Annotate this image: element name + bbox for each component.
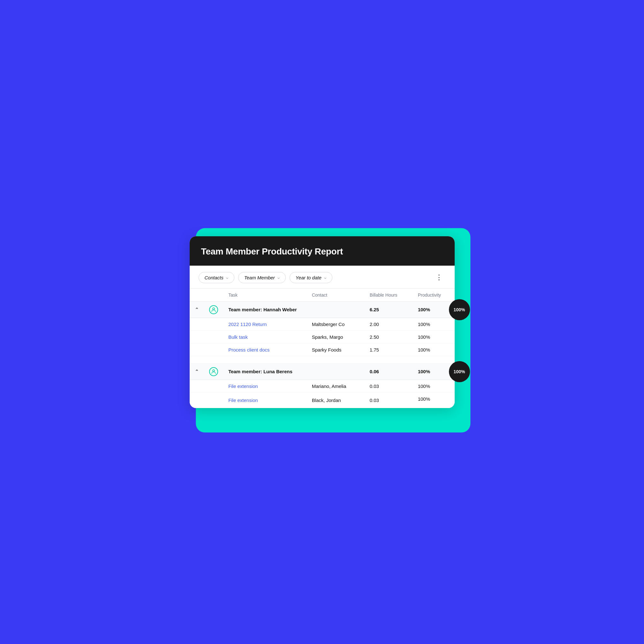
card-body: Contacts ⌵ Team Member ⌵ Year to date ⌵ … — [190, 266, 455, 408]
contact-cell: Mariano, Amelia — [307, 380, 365, 392]
productivity-cell: 100% — [413, 343, 455, 356]
group-name-hannah: Team member: Hannah Weber — [223, 301, 307, 318]
collapse-toggle-hannah[interactable]: ⌃ — [190, 301, 204, 318]
productivity-cell: 100% — [413, 380, 455, 392]
contact-cell: Maltsberger Co — [307, 318, 365, 330]
indent-cell — [190, 343, 204, 356]
person-icon — [211, 369, 216, 375]
task-cell: File extension — [223, 380, 307, 392]
date-chevron-icon: ⌵ — [324, 275, 326, 280]
date-filter-label: Year to date — [296, 275, 322, 280]
person-icon — [211, 307, 216, 313]
avatar-empty — [204, 343, 223, 356]
group-row-luna: ⌃ Team member: Luna Berens — [190, 363, 455, 380]
card-header: Team Member Productivity Report — [190, 236, 455, 266]
productivity-cell: 100% — [413, 330, 455, 343]
avatar-cell-hannah — [204, 301, 223, 318]
col-contact-header: Contact — [307, 289, 365, 302]
avatar-icon-hannah — [209, 305, 218, 314]
table-row: Bulk task Sparks, Margo 2.50 100% — [190, 330, 455, 343]
task-cell: 2022 1120 Return — [223, 318, 307, 330]
more-options-button[interactable]: ⋮ — [433, 273, 446, 282]
hours-cell: 2.00 — [365, 318, 413, 330]
col-chevron-header — [190, 289, 204, 302]
avatar-empty — [204, 330, 223, 343]
avatar-icon-luna — [209, 367, 218, 376]
avatar-cell-luna — [204, 363, 223, 380]
team-member-chevron-icon: ⌵ — [277, 275, 280, 280]
contacts-filter-label: Contacts — [205, 275, 224, 280]
group-name-luna: Team member: Luna Berens — [223, 363, 307, 380]
collapse-toggle-luna[interactable]: ⌃ — [190, 363, 204, 380]
contacts-chevron-icon: ⌵ — [226, 275, 228, 280]
col-task-header: Task — [223, 289, 307, 302]
table-container: Task Contact Billable Hours Productivity… — [190, 289, 455, 408]
avatar-empty — [204, 380, 223, 392]
col-avatar-header — [204, 289, 223, 302]
hours-cell: 2.50 — [365, 330, 413, 343]
table-header-row: Task Contact Billable Hours Productivity — [190, 289, 455, 302]
contact-cell: Black, Jordan — [307, 392, 365, 408]
productivity-bubble-luna: 100% — [449, 361, 470, 382]
team-member-filter[interactable]: Team Member ⌵ — [238, 272, 286, 283]
hours-cell: 1.75 — [365, 343, 413, 356]
indent-cell — [190, 380, 204, 392]
group-row-hannah: ⌃ Team member: Hannah Weber — [190, 301, 455, 318]
task-cell: Bulk task — [223, 330, 307, 343]
group-contact-hannah — [307, 301, 365, 318]
productivity-cell: 100% — [413, 392, 455, 408]
task-cell: File extension — [223, 392, 307, 408]
task-link-file-extension-2[interactable]: File extension — [228, 398, 258, 403]
productivity-bubble-hannah: 100% — [449, 299, 470, 320]
hours-cell: 0.03 — [365, 392, 413, 408]
date-filter[interactable]: Year to date ⌵ — [290, 272, 332, 283]
task-link-process-client-docs[interactable]: Process client docs — [228, 347, 269, 352]
group-productivity-hannah: 100% 100% — [413, 301, 455, 318]
table-row: File extension Black, Jordan 0.03 100% — [190, 392, 455, 408]
svg-point-0 — [213, 308, 215, 310]
contact-cell: Sparks, Margo — [307, 330, 365, 343]
table-row: Process client docs Sparky Foods 1.75 10… — [190, 343, 455, 356]
hours-cell: 0.03 — [365, 380, 413, 392]
task-link-file-extension-1[interactable]: File extension — [228, 383, 258, 389]
avatar-empty — [204, 392, 223, 408]
task-link-2022-return[interactable]: 2022 1120 Return — [228, 322, 267, 327]
svg-point-1 — [213, 370, 215, 372]
table-row: File extension Mariano, Amelia 0.03 100% — [190, 380, 455, 392]
productivity-table: Task Contact Billable Hours Productivity… — [190, 289, 455, 408]
spacer-row — [190, 356, 455, 363]
task-link-bulk-task[interactable]: Bulk task — [228, 334, 248, 340]
contact-cell: Sparky Foods — [307, 343, 365, 356]
task-cell: Process client docs — [223, 343, 307, 356]
avatar-empty — [204, 318, 223, 330]
contacts-filter[interactable]: Contacts ⌵ — [199, 272, 234, 283]
group-contact-luna — [307, 363, 365, 380]
indent-cell — [190, 330, 204, 343]
page-background: Team Member Productivity Report Contacts… — [51, 51, 594, 594]
report-title: Team Member Productivity Report — [201, 246, 443, 257]
team-member-filter-label: Team Member — [244, 275, 275, 280]
indent-cell — [190, 318, 204, 330]
group-hours-hannah: 6.25 — [365, 301, 413, 318]
col-billable-header: Billable Hours — [365, 289, 413, 302]
filters-row: Contacts ⌵ Team Member ⌵ Year to date ⌵ … — [190, 266, 455, 289]
report-card: Team Member Productivity Report Contacts… — [190, 236, 455, 408]
group-productivity-luna: 100% 100% — [413, 363, 455, 380]
group-hours-luna: 0.06 — [365, 363, 413, 380]
productivity-cell: 100% — [413, 318, 455, 330]
table-row: 2022 1120 Return Maltsberger Co 2.00 100… — [190, 318, 455, 330]
indent-cell — [190, 392, 204, 408]
col-productivity-header: Productivity — [413, 289, 455, 302]
